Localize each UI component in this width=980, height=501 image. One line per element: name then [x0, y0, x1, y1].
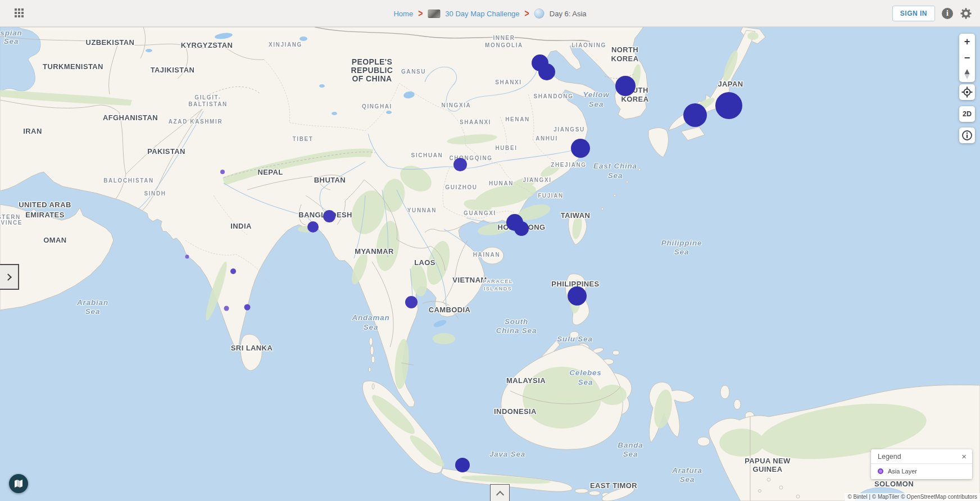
settings-gear-icon[interactable]	[960, 7, 972, 20]
locate-button[interactable]	[959, 84, 975, 100]
map-label: OMAN	[43, 236, 66, 244]
layer-swatch-icon	[878, 468, 883, 474]
map-label: PAKISTAN	[147, 147, 185, 156]
legend-close-icon[interactable]: ×	[961, 453, 967, 460]
chevron-up-icon	[496, 490, 503, 498]
map-marker[interactable]	[455, 458, 470, 472]
zoom-control-group: + −	[959, 34, 975, 82]
map-label: ZHEJIANG	[551, 162, 586, 168]
map-marker[interactable]	[244, 304, 251, 311]
map-label: CAMBODIA	[429, 306, 471, 314]
challenge-thumbnail-icon	[428, 10, 440, 18]
map-label: JIANGXI	[523, 177, 551, 183]
map-label: LAOS	[414, 258, 435, 267]
map-label: AZAD KASHMIR	[169, 119, 223, 125]
folded-map-icon	[14, 479, 23, 488]
map-marker[interactable]	[405, 296, 418, 308]
breadcrumb-challenge-link[interactable]: 30 Day Map Challenge	[445, 10, 519, 18]
map-label: SHANXI	[495, 79, 521, 85]
legend-title: Legend	[878, 453, 901, 461]
map-label: Java Sea	[489, 450, 525, 458]
map-label: SOLOMON	[874, 480, 914, 488]
map-marker[interactable]	[538, 63, 555, 80]
map-label: PEOPLE'SREPUBLICOF CHINA	[351, 57, 393, 83]
breadcrumb-current-page: Day 6: Asia	[550, 10, 587, 18]
legend-panel: Legend × Asia Layer	[871, 449, 972, 479]
map-label: HENAN	[505, 116, 530, 122]
map-marker[interactable]	[323, 210, 335, 222]
map-marker[interactable]	[715, 92, 742, 119]
breadcrumb: Home > 30 Day Map Challenge > Day 6: Asi…	[393, 0, 586, 27]
map-label: HUBEI	[495, 145, 517, 151]
map-label: VIETNAM	[452, 276, 487, 284]
map-label: AFGHANISTAN	[103, 113, 158, 122]
map-label: GANSU	[401, 69, 426, 75]
map-label: NINGXIA	[442, 102, 471, 108]
map-label: SHAANXI	[460, 119, 491, 125]
map-label: INDONESIA	[494, 407, 537, 416]
map-info-button[interactable]	[959, 127, 975, 143]
map-label: IRAN	[23, 127, 42, 135]
app-launcher-icon[interactable]	[15, 8, 25, 19]
map-label: NORTHKOREA	[611, 45, 639, 63]
map-label: FUJIAN	[538, 193, 564, 199]
map-marker[interactable]	[220, 170, 225, 174]
map-label: QINGHAI	[362, 103, 392, 110]
breadcrumb-chevron-icon: >	[525, 8, 529, 19]
map-label: HAINAN	[473, 252, 501, 258]
map-label: TAIWAN	[561, 211, 591, 220]
map-label: HUNAN	[489, 180, 514, 186]
zoom-out-button[interactable]: −	[959, 50, 975, 66]
zoom-in-button[interactable]: +	[959, 34, 975, 49]
map-label: GUIZHOU	[445, 184, 477, 190]
map-marker[interactable]	[568, 286, 587, 306]
map-label: XINJIANG	[269, 42, 302, 48]
map-attribution[interactable]: © Bintel | © MapTiler © OpenStreetMap co…	[845, 493, 980, 501]
map-label: ANHUI	[536, 135, 558, 142]
top-bar: Home > 30 Day Map Challenge > Day 6: Asi…	[0, 0, 980, 27]
sign-in-button[interactable]: SIGN IN	[892, 6, 935, 21]
map-label: YUNNAN	[407, 207, 437, 213]
map-marker[interactable]	[230, 268, 236, 274]
breadcrumb-chevron-icon: >	[418, 8, 423, 19]
map-label: TIBET	[293, 136, 314, 142]
map-label: LIAONING	[571, 42, 606, 48]
map-label: UZBEKISTAN	[86, 38, 135, 47]
map-label: STERNOVINCE	[0, 214, 22, 226]
basemap-button[interactable]	[9, 474, 28, 493]
map-marker[interactable]	[224, 306, 229, 311]
map-label: BALOCHISTAN	[103, 177, 154, 184]
legend-item-label: Asia Layer	[888, 468, 917, 475]
map-label: TURKMENISTAN	[43, 62, 103, 71]
side-panel-toggle-button[interactable]	[0, 264, 19, 290]
map-marker[interactable]	[571, 139, 590, 158]
map-viewport: PEOPLE'SREPUBLICOF CHINAUZBEKISTANKYRGYZ…	[0, 27, 980, 501]
map-application: Home > 30 Day Map Challenge > Day 6: Asi…	[0, 0, 980, 501]
breadcrumb-home-link[interactable]: Home	[393, 10, 413, 18]
map-label: INDIA	[230, 222, 252, 230]
map-label: JIANGSU	[553, 126, 585, 133]
map-label: SRI LANKA	[231, 344, 273, 352]
map-marker[interactable]	[307, 221, 319, 233]
bottom-panel-expand-button[interactable]	[490, 484, 510, 501]
legend-item: Asia Layer	[871, 464, 972, 479]
compass-icon[interactable]	[959, 66, 975, 82]
info-icon[interactable]: i	[942, 8, 953, 19]
map-label: Sulu Sea	[557, 335, 592, 343]
map-marker[interactable]	[514, 221, 529, 236]
map-label: GUANGXI	[464, 210, 496, 216]
map-label: NEPAL	[257, 168, 283, 176]
map-marker[interactable]	[185, 255, 189, 259]
map-marker[interactable]	[453, 158, 467, 171]
map-canvas[interactable]: PEOPLE'SREPUBLICOF CHINAUZBEKISTANKYRGYZ…	[0, 27, 980, 501]
map-marker[interactable]	[683, 103, 707, 127]
map-label: SICHUAN	[411, 152, 443, 158]
map-thumbnail-icon	[534, 8, 545, 19]
view-mode-button[interactable]: 2D	[959, 106, 975, 122]
map-marker[interactable]	[615, 76, 636, 96]
map-label: SHANDONG	[533, 93, 573, 99]
map-label: MYANMAR	[355, 247, 394, 256]
map-label: JAPAN	[718, 80, 743, 88]
map-label: EAST TIMOR	[590, 481, 637, 490]
map-label: SINDH	[144, 190, 166, 197]
